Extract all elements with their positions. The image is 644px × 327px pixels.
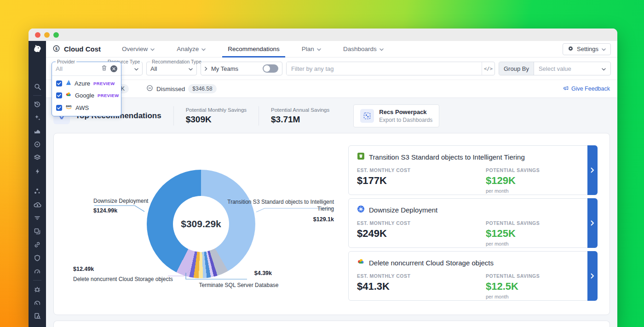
ci-link-icon[interactable]: [32, 240, 42, 250]
chevron-down-icon: [150, 46, 155, 52]
tab-plan[interactable]: Plan: [296, 41, 327, 57]
dropdown-arrow-icon: [189, 65, 193, 72]
callout-downsize: Downsize Deployment $124.99k: [93, 198, 148, 215]
infrastructure-layers-icon[interactable]: [32, 153, 42, 163]
donut-chart-zone: $309.29k Downsize Deployment: [54, 133, 348, 315]
potential-savings: POTENTIAL SAVINGS $129K per month: [486, 167, 540, 194]
annual-savings-stat: Potential Annual Savings $3.71M: [259, 106, 341, 126]
summary-header: Top Recommendations Potential Monthly Sa…: [53, 104, 610, 127]
give-feedback-link[interactable]: Give Feedback: [563, 85, 610, 92]
est-monthly-cost: EST. MONTHLY COST $249K: [357, 220, 486, 247]
recommendation-card[interactable]: Transition S3 Standard objects to Intell…: [348, 145, 598, 195]
megaphone-icon: [563, 85, 569, 92]
software-windows-icon[interactable]: [32, 226, 42, 236]
audit-doc-search-icon[interactable]: [32, 311, 42, 321]
log-filter-lines-icon[interactable]: [32, 213, 42, 223]
tag-filter-field: </>: [286, 62, 495, 75]
security-shield-icon[interactable]: [32, 253, 42, 263]
sidebar: [29, 41, 46, 327]
provider-option-azure[interactable]: Azure PREVIEW: [56, 80, 117, 87]
recommendation-list: Transition S3 Standard objects to Intell…: [348, 133, 610, 315]
tab-overview[interactable]: Overview: [116, 41, 160, 57]
dismissed-amount-badge: $346.58: [188, 84, 216, 93]
kubernetes-icon: [357, 205, 365, 214]
open-recommendation-button[interactable]: [587, 251, 598, 301]
desktop-background: $ Cloud Cost Overview Analyze Recommenda…: [0, 0, 644, 327]
cloud-cost-cloud-icon[interactable]: [32, 200, 42, 210]
settings-button[interactable]: Settings: [563, 43, 611, 55]
provider-dropdown: Provider All Azure PREVIEW: [52, 62, 121, 116]
code-editor-toggle[interactable]: </>: [482, 62, 494, 75]
my-teams-control[interactable]: My Teams: [201, 62, 282, 75]
chevron-down-icon: [380, 46, 384, 52]
bug-icon[interactable]: [32, 284, 42, 294]
status-chip-row: K Dismissed $346.58 Give Feedback: [46, 80, 617, 98]
sidebar-divider: [33, 95, 41, 96]
potential-savings: POTENTIAL SAVINGS $125K per month: [486, 220, 540, 247]
group-by-select[interactable]: Select value: [534, 62, 610, 75]
cloud-cost-coin-icon: $: [52, 45, 60, 54]
events-bolt-icon[interactable]: [32, 166, 42, 176]
app-window: $ Cloud Cost Overview Analyze Recommenda…: [29, 29, 617, 327]
dismissed-icon: [146, 85, 153, 93]
callout-transition: Transition S3 Standard objects to Intell…: [224, 199, 334, 224]
svg-text:aws: aws: [66, 104, 72, 108]
google-cloud-icon: [357, 258, 365, 267]
google-cloud-logo: [65, 92, 72, 99]
tab-dashboards[interactable]: Dashboards: [338, 41, 389, 57]
chevron-right-icon: [205, 65, 207, 72]
search-icon[interactable]: [32, 81, 42, 92]
app-title: $ Cloud Cost: [52, 45, 101, 54]
provider-option-google[interactable]: Google PREVIEW: [56, 92, 117, 99]
gear-icon: [568, 46, 574, 53]
dismissed-filter-chip[interactable]: Dismissed $346.58: [146, 84, 217, 93]
open-recommendation-button[interactable]: [587, 198, 598, 248]
aws-s3-icon: [357, 152, 365, 161]
recommendation-card[interactable]: Downsize Deployment EST. MONTHLY COST $2…: [348, 198, 598, 248]
chevron-down-icon: [201, 46, 206, 52]
chevron-down-icon: [317, 46, 321, 52]
checkbox-checked-icon[interactable]: [56, 80, 62, 86]
minimize-window-button[interactable]: [44, 32, 50, 38]
trash-icon[interactable]: [101, 65, 107, 73]
callout-delete: $12.49k Delete noncurrent Cloud Storage …: [73, 266, 173, 283]
my-teams-toggle[interactable]: [263, 64, 278, 73]
provider-option-aws[interactable]: aws AWS: [56, 104, 117, 111]
recommendations-panel: $309.29k Downsize Deployment: [53, 133, 610, 315]
group-by-label: Group By: [499, 62, 534, 75]
provider-selected-value[interactable]: All: [56, 65, 98, 72]
close-window-button[interactable]: [35, 32, 40, 38]
dashboards-chart-icon[interactable]: [32, 126, 42, 136]
history-icon[interactable]: [32, 99, 42, 109]
service-map-dots-icon[interactable]: [32, 186, 42, 196]
zoom-window-button[interactable]: [53, 32, 59, 38]
dropdown-arrow-icon: [602, 65, 606, 72]
top-navbar: $ Cloud Cost Overview Analyze Recommenda…: [46, 41, 617, 57]
callout-terminate-value: $4.39k: [229, 270, 272, 277]
callout-terminate-label: Terminate SQL Server Database: [197, 282, 280, 289]
clear-selection-button[interactable]: [110, 65, 117, 72]
tag-filter-input[interactable]: [287, 62, 482, 75]
azure-logo: [65, 80, 71, 87]
group-by-control: Group By Select value: [499, 62, 611, 75]
profiling-gauge-icon[interactable]: [32, 298, 42, 308]
donut-hole: $309.29k: [173, 196, 229, 252]
checkbox-checked-icon[interactable]: [56, 105, 62, 111]
aws-logo: aws: [65, 104, 72, 111]
watchdog-sparkles-icon[interactable]: [32, 113, 42, 123]
apm-target-icon[interactable]: [32, 139, 42, 149]
tab-analyze[interactable]: Analyze: [171, 41, 211, 57]
open-recommendation-button[interactable]: [587, 145, 598, 195]
slo-gauge-icon[interactable]: [32, 266, 42, 276]
filter-bar: Resource Type Recommendation Type All My…: [46, 57, 617, 80]
sidebar-divider: [33, 280, 41, 281]
donut-chart[interactable]: $309.29k: [147, 170, 255, 278]
chevron-down-icon: [602, 46, 606, 52]
tab-recommendations[interactable]: Recommendations: [222, 41, 285, 57]
checkbox-checked-icon[interactable]: [56, 92, 62, 98]
recs-powerpack-card[interactable]: Recs Powerpack Export to Dashboards: [353, 104, 439, 127]
datadog-logo[interactable]: [32, 44, 42, 54]
recommendation-card[interactable]: Delete noncurrent Cloud Storage objects …: [348, 251, 598, 301]
recommendation-type-select[interactable]: Recommendation Type All: [146, 62, 197, 75]
next-section-card: [53, 321, 610, 327]
